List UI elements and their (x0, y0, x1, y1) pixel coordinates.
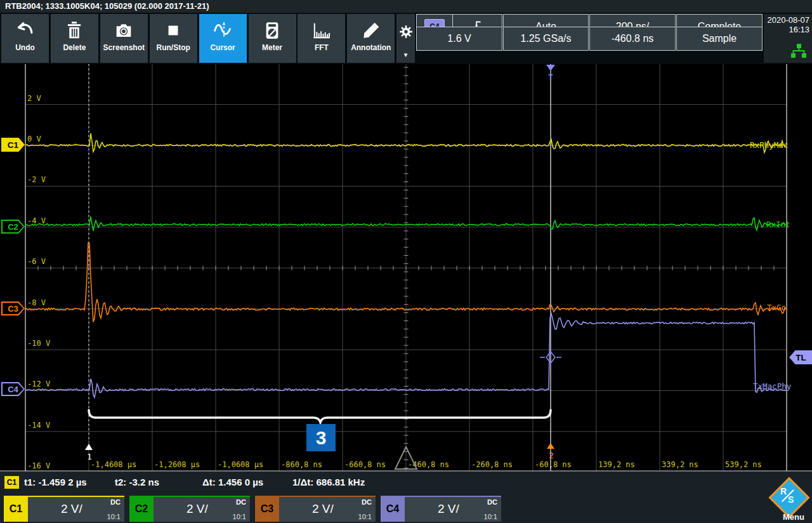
toolbar-button-label: Cursor (199, 43, 247, 52)
settings-button[interactable]: ▾ (396, 14, 415, 63)
time-axis-label: -860,8 ns (281, 460, 322, 469)
date-time-box: 2020-08-07 16:13 (764, 14, 812, 63)
date-value: 2020-08-07 (764, 15, 809, 25)
time-axis-label: 139,2 ns (598, 460, 635, 469)
channel-settings-C3[interactable]: 2 V/DC10:1 (279, 496, 376, 522)
time-axis-label: 539,2 ns (725, 460, 762, 469)
voltage-axis-label: 2 V (27, 94, 41, 103)
time-axis-label: -60,8 ns (535, 460, 572, 469)
camera-icon (113, 20, 134, 42)
time-axis-label: -260,8 ns (471, 460, 513, 469)
toolbar-button-undo[interactable]: Undo (1, 14, 49, 63)
toolbar-button-label: Run/Stop (150, 43, 197, 52)
toolbar-button-fft[interactable]: FFT (298, 14, 345, 63)
horizontal-position-value: -460.8 ns (612, 33, 654, 44)
time-value: 16:13 (764, 25, 809, 34)
more-tools-chevron[interactable]: ▾ (396, 51, 415, 59)
toolbar-button-label: Delete (51, 43, 98, 52)
toolbar-button-annotation[interactable]: Annotation (347, 14, 395, 63)
titlebar: RTB2004; 1333.1005K04; 105029 (02.000 20… (0, 0, 812, 13)
trace-label-C1: RxPhyMac (750, 140, 788, 150)
stop-icon (162, 20, 184, 42)
channel-marker-label: C4 (3, 383, 23, 395)
annotation-3-box[interactable]: 3 (306, 424, 336, 451)
channel-coupling: DC (236, 498, 246, 506)
channel-marker-label: C3 (3, 303, 23, 314)
channel-scale: 2 V/ (438, 502, 459, 516)
voltage-axis-label: -10 V (27, 339, 50, 348)
trace-label-C3: TxGo (767, 303, 786, 312)
acquisition-mode-cell[interactable]: Sample (676, 27, 763, 51)
cursor-wave-icon (212, 20, 233, 42)
channel-coupling: DC (110, 498, 121, 506)
channel-settings-C2[interactable]: 2 V/DC10:1 (154, 496, 250, 522)
gear-icon (398, 24, 414, 39)
voltage-axis-label: -16 V (27, 461, 50, 470)
time-axis-label: 339,2 ns (662, 460, 698, 469)
time-axis-label: -660,8 ns (344, 460, 386, 469)
menu-label: Menu (783, 512, 804, 522)
trigger-level-cell[interactable]: 1.6 V (416, 27, 502, 51)
toolbar-button-label: Screenshot (100, 43, 148, 52)
trigger-time-flag[interactable] (546, 65, 555, 71)
channel-probe-ratio: 10:1 (484, 513, 497, 520)
channel-scale: 2 V/ (187, 502, 208, 516)
channel-scale: 2 V/ (312, 502, 334, 516)
cursor1-handle[interactable] (85, 444, 93, 450)
trace-label-C4: TxMacPhy (753, 381, 792, 391)
cursor-t2-readout: t2: -3.2 ns (115, 473, 159, 491)
trigger-level-value: 1.6 V (447, 33, 471, 44)
cursor-dt-readout: Δt: 1.456 0 µs (202, 473, 263, 491)
time-axis-label: -1,0608 µs (218, 460, 263, 469)
menu-button[interactable]: R S Menu (765, 479, 811, 523)
logo-letters: R S (779, 486, 798, 505)
trigger-time-label: T (548, 72, 553, 82)
voltage-axis-label: -2 V (27, 175, 46, 184)
trace-label-C2: RxInt (766, 220, 790, 229)
voltage-axis-label: 0 V (27, 135, 41, 143)
acquisition-mode-value: Sample (702, 33, 737, 44)
toolbar-button-label: Undo (1, 43, 49, 52)
toolbar-button-meter[interactable]: Meter (249, 14, 296, 63)
lan-icon (789, 43, 808, 60)
sample-rate-cell[interactable]: 1.25 GSa/s (503, 27, 589, 51)
cursor2-label: 2 (549, 451, 554, 460)
time-axis-label: -1,4608 µs (91, 460, 136, 469)
voltage-axis-label: -8 V (27, 298, 46, 307)
toolbar-button-cursor[interactable]: Cursor (199, 14, 247, 63)
toolbar-button-screenshot[interactable]: Screenshot (100, 14, 148, 63)
waveform-display[interactable]: 2 V0 V-2 V-4 V-6 V-8 V-10 V-12 V-14 V-16… (0, 64, 812, 472)
voltage-axis-label: -6 V (27, 257, 46, 266)
time-axis-label: -1,2608 µs (154, 460, 200, 469)
horizontal-position-cell[interactable]: -460.8 ns (589, 27, 676, 51)
channel-bar-badge-C1[interactable]: C1 (4, 496, 28, 522)
toolbar-button-run-stop[interactable]: Run/Stop (150, 14, 197, 63)
cursor1-label: 1 (87, 452, 92, 461)
voltage-axis-label: -4 V (27, 216, 46, 225)
channel-bar-badge-C3[interactable]: C3 (255, 496, 279, 522)
cursor-freq-readout: 1/Δt: 686.81 kHz (292, 473, 365, 491)
cursor-t1-readout: t1: -1.459 2 µs (24, 473, 87, 491)
toolbar-button-label: Meter (249, 43, 296, 52)
channel-coupling: DC (362, 498, 372, 506)
voltage-axis-label: -12 V (27, 380, 50, 388)
channel-probe-ratio: 10:1 (107, 513, 121, 520)
annotation-brace (89, 410, 551, 423)
channel-probe-ratio: 10:1 (358, 513, 372, 520)
channel-probe-ratio: 10:1 (233, 513, 246, 520)
voltage-axis-label: -14 V (27, 421, 50, 430)
meter-icon (261, 20, 283, 42)
toolbar-button-label: FFT (298, 43, 345, 52)
channel-scale: 2 V/ (61, 502, 82, 516)
trash-icon (63, 20, 85, 42)
channel-settings-C4[interactable]: 2 V/DC10:1 (405, 496, 501, 522)
pencil-icon (360, 20, 382, 42)
channel-bar-badge-C4[interactable]: C4 (381, 496, 405, 522)
channel-settings-C1[interactable]: 2 V/DC10:1 (28, 496, 124, 522)
channel-coupling: DC (487, 498, 497, 506)
toolbar-button-label: Annotation (347, 43, 395, 52)
channel-bar-badge-C2[interactable]: C2 (129, 496, 154, 522)
fft-bars-icon (311, 20, 332, 42)
toolbar-button-delete[interactable]: Delete (51, 14, 98, 63)
cursor2-handle[interactable] (547, 443, 554, 449)
